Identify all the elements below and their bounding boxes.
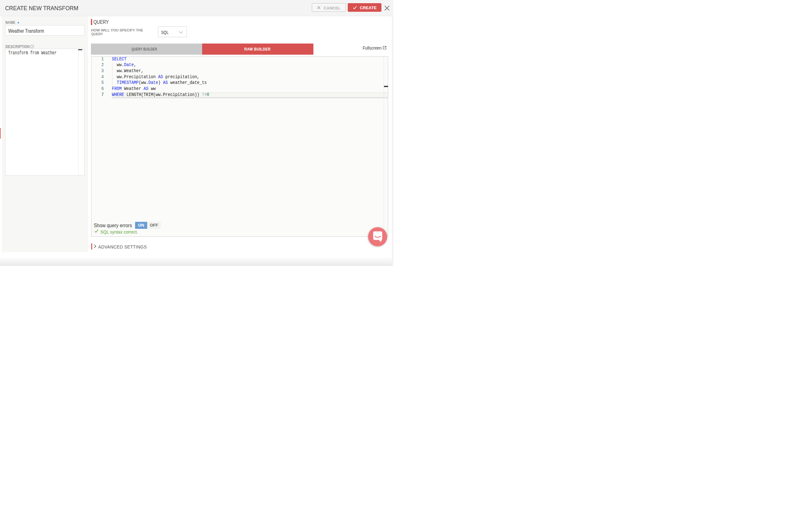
svg-text:?: ? (31, 45, 33, 48)
